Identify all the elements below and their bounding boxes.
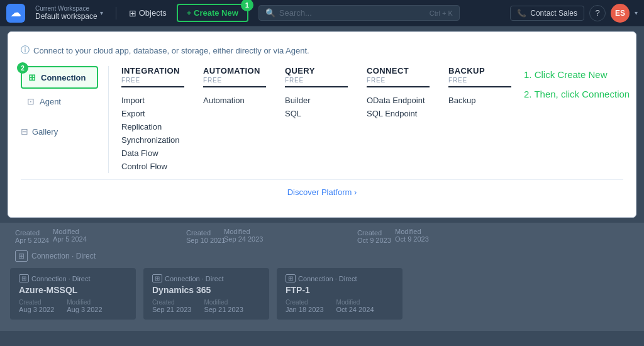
agent-icon: ⊡ [27, 96, 35, 106]
dropdown-sidebar: 2 ⊞ Connection ⊡ Agent ⊟ Gallery [21, 66, 109, 173]
instruction-line-2: 2. Then, click Connection [524, 86, 644, 103]
col-free-4: FREE [448, 77, 511, 87]
col-item-builder[interactable]: Builder [285, 94, 348, 107]
col-item-export[interactable]: Export [121, 107, 184, 120]
bg-card-type-2: ⊞ Connection · Direct [286, 274, 394, 282]
col-free-3: FREE [367, 77, 430, 87]
col-item-automation[interactable]: Automation [203, 94, 266, 107]
col-item-sql[interactable]: SQL [285, 107, 348, 120]
search-bar[interactable]: 🔍 Search... Ctrl + K [258, 5, 460, 21]
step1-badge: 1 [241, 0, 253, 11]
bg-cards-row: ⊞ Connection · Direct Azure-MSSQL Create… [10, 268, 634, 320]
app-logo: ☁ [6, 4, 25, 23]
connection-icon: ⊞ [28, 72, 36, 82]
gallery-icon: ⊟ [21, 126, 28, 137]
bg-card-name-1: Dynamics 365 [152, 285, 260, 295]
connection-direct-text: Connection · Direct [31, 252, 96, 260]
col-item-backup[interactable]: Backup [448, 94, 511, 107]
search-shortcut: Ctrl + K [430, 9, 453, 17]
col-section-connect: CONNECTFREEOData EndpointSQL Endpoint [367, 66, 430, 173]
card-icon-0: ⊞ [19, 274, 29, 282]
bg-card-dates-1: Created Sep 21 2023 Modified Sep 21 2023 [152, 299, 260, 313]
bg-card-name-2: FTP-1 [286, 285, 394, 295]
col-item-control-flow[interactable]: Control Flow [121, 160, 184, 173]
connection-direct-label-row: ⊞ Connection · Direct [10, 250, 634, 262]
workspace-selector[interactable]: Current Workspace Default workspace ▾ [30, 3, 108, 23]
bg-meta-2: CreatedSep 10 2021 ModifiedSep 24 2023 [186, 229, 312, 243]
dropdown-body: 2 ⊞ Connection ⊡ Agent ⊟ Gallery INTEGRA… [21, 66, 623, 173]
gallery-link[interactable]: ⊟ Gallery [21, 124, 98, 139]
bg-card-dates-0: Created Aug 3 2022 Modified Aug 3 2022 [19, 299, 127, 313]
col-item-synchronization[interactable]: Synchronization [121, 133, 184, 147]
col-item-sql-endpoint[interactable]: SQL Endpoint [367, 107, 430, 120]
col-item-odata-endpoint[interactable]: OData Endpoint [367, 94, 430, 107]
card-icon-2: ⊞ [286, 274, 296, 282]
bg-card-name-0: Azure-MSSQL [19, 285, 127, 295]
connection-direct-icon: ⊞ [15, 250, 28, 262]
bg-card-type-0: ⊞ Connection · Direct [19, 274, 127, 282]
create-new-button[interactable]: + Create New 1 [177, 4, 248, 22]
col-free-1: FREE [203, 77, 266, 87]
col-title-1: AUTOMATION [203, 66, 266, 75]
bg-card-1[interactable]: ⊞ Connection · Direct Dynamics 365 Creat… [143, 268, 269, 320]
instructions-text: 1. Click Create New 2. Then, click Conne… [524, 66, 644, 103]
connection-sidebar-item[interactable]: 2 ⊞ Connection [21, 66, 98, 89]
connection-label: Connection [41, 73, 86, 82]
help-button[interactable]: ? [589, 5, 606, 21]
col-title-0: INTEGRATION [121, 66, 184, 75]
bg-card-2[interactable]: ⊞ Connection · Direct FTP-1 Created Jan … [277, 268, 402, 320]
col-free-0: FREE [121, 77, 184, 87]
nav-right-group: 📞 Contact Sales ? ES ▾ [510, 4, 638, 23]
workspace-title-label: Current Workspace [35, 5, 97, 12]
step2-badge: 2 [17, 62, 28, 74]
search-placeholder-text: Search... [279, 8, 312, 18]
grid-icon: ⊞ [129, 8, 136, 18]
chevron-down-icon: ▾ [100, 9, 103, 16]
bg-meta-1: CreatedApr 5 2024 ModifiedApr 5 2024 [15, 229, 141, 243]
agent-sidebar-item[interactable]: ⊡ Agent [21, 91, 98, 111]
col-section-automation: AUTOMATIONFREEAutomation [203, 66, 266, 173]
dropdown-columns: INTEGRATIONFREEImportExportReplicationSy… [121, 66, 511, 173]
col-title-2: QUERY [285, 66, 348, 75]
col-item-data-flow[interactable]: Data Flow [121, 147, 184, 160]
objects-nav[interactable]: ⊞ Objects [124, 6, 172, 21]
instructions-panel: 1. Click Create New 2. Then, click Conne… [524, 66, 644, 173]
objects-label: Objects [139, 8, 167, 18]
contact-sales-button[interactable]: 📞 Contact Sales [510, 6, 584, 21]
col-section-integration: INTEGRATIONFREEImportExportReplicationSy… [121, 66, 184, 173]
phone-icon: 📞 [517, 9, 526, 18]
card-icon-1: ⊞ [152, 274, 162, 282]
bg-card-0[interactable]: ⊞ Connection · Direct Azure-MSSQL Create… [10, 268, 136, 320]
background-content: CreatedApr 5 2024 ModifiedApr 5 2024 Cre… [0, 223, 644, 331]
col-section-backup: BACKUPFREEBackup [448, 66, 511, 173]
create-new-dropdown: ⓘ Connect to your cloud app, database, o… [8, 31, 636, 218]
bg-top-meta-row: CreatedApr 5 2024 ModifiedApr 5 2024 Cre… [10, 229, 634, 243]
col-item-replication[interactable]: Replication [121, 120, 184, 133]
contact-sales-label: Contact Sales [530, 9, 577, 18]
dropdown-info-text: ⓘ Connect to your cloud app, database, o… [21, 45, 623, 56]
col-section-query: QUERYFREEBuilderSQL [285, 66, 348, 173]
col-item-import[interactable]: Import [121, 94, 184, 107]
search-icon: 🔍 [265, 8, 275, 18]
bg-meta-3: CreatedOct 9 2023 ModifiedOct 9 2023 [357, 229, 483, 243]
bg-card-dates-2: Created Jan 18 2023 Modified Oct 24 2024 [286, 299, 394, 313]
col-free-2: FREE [285, 77, 348, 87]
avatar-chevron-icon: ▾ [635, 9, 638, 16]
workspace-name-label: Default workspace [35, 12, 97, 21]
bg-card-type-1: ⊞ Connection · Direct [152, 274, 260, 282]
gallery-label: Gallery [32, 127, 58, 137]
user-avatar[interactable]: ES [611, 4, 630, 23]
col-title-4: BACKUP [448, 66, 511, 75]
instruction-line-1: 1. Click Create New [524, 66, 644, 83]
top-navigation: ☁ Current Workspace Default workspace ▾ … [0, 0, 644, 26]
col-title-3: CONNECT [367, 66, 430, 75]
agent-label: Agent [40, 97, 61, 106]
nav-divider [116, 7, 116, 20]
discover-platform-link[interactable]: Discover Platform › [21, 179, 623, 204]
info-icon: ⓘ [21, 45, 30, 56]
